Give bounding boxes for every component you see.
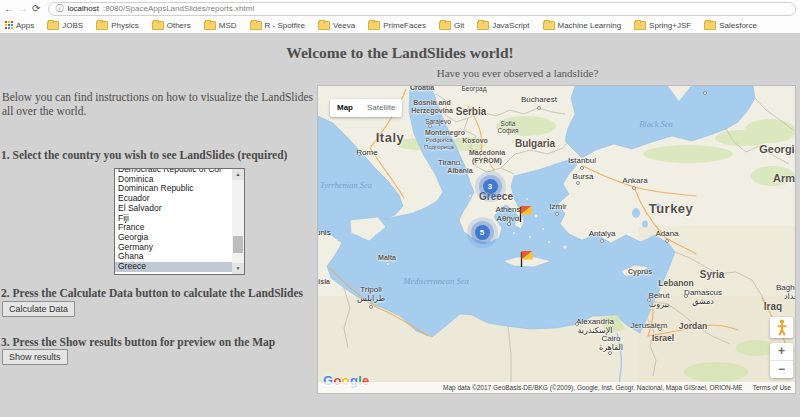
country-option[interactable]: El Salvador bbox=[115, 204, 232, 214]
country-option[interactable]: Greece bbox=[115, 262, 232, 272]
bookmark-label: Machine Learning bbox=[558, 21, 622, 30]
page-info-icon[interactable]: ⓘ bbox=[55, 3, 63, 14]
bookmark-label: Others bbox=[167, 21, 191, 30]
street-view-control[interactable] bbox=[770, 317, 793, 338]
calculate-data-button[interactable]: Calculate Data bbox=[2, 301, 75, 317]
map-type-control: Map Satellite bbox=[330, 99, 402, 117]
folder-icon bbox=[152, 21, 164, 30]
back-icon[interactable]: ← bbox=[4, 0, 14, 17]
country-listbox[interactable]: Democratic Republic of Cor Dominica Domi… bbox=[114, 168, 245, 275]
page-content: Welcome to the LandSlides world! Have yo… bbox=[0, 35, 800, 417]
intro-text: Below you can find instructions on how t… bbox=[2, 90, 313, 118]
folder-icon bbox=[318, 21, 330, 30]
country-option[interactable]: Fiji bbox=[115, 214, 232, 224]
pegman-icon bbox=[777, 319, 787, 336]
bookmarks-bar: Apps JOBS Physics Others MSD bbox=[0, 17, 800, 34]
step1-heading: 1. Select the country you wish to see La… bbox=[1, 149, 287, 161]
bookmark-item[interactable]: Machine Learning bbox=[543, 21, 622, 30]
intro-line-2: all over the world. bbox=[2, 104, 313, 118]
folder-icon bbox=[477, 21, 489, 30]
folder-icon bbox=[704, 21, 716, 30]
country-option[interactable]: Democratic Republic of Cor bbox=[115, 168, 232, 175]
apps-grid-icon bbox=[5, 21, 13, 29]
flag-marker[interactable] bbox=[518, 204, 533, 223]
show-results-button[interactable]: Show results bbox=[2, 349, 68, 365]
bookmark-item[interactable]: Others bbox=[152, 21, 191, 30]
cluster-marker[interactable]: 3 bbox=[483, 179, 498, 194]
folder-icon bbox=[47, 21, 59, 30]
scrollbar-track[interactable] bbox=[232, 180, 244, 263]
country-option[interactable]: Dominica bbox=[115, 175, 232, 185]
scrollbar-thumb[interactable] bbox=[233, 236, 243, 253]
satellite-button[interactable]: Satellite bbox=[360, 99, 402, 117]
map-attribution: Map data ©2017 GeoBasis-DE/BKG (©2009), … bbox=[318, 382, 795, 393]
apps-shortcut[interactable]: Apps bbox=[5, 21, 34, 30]
map-button[interactable]: Map bbox=[330, 99, 360, 117]
terms-of-use-link[interactable]: Terms of Use bbox=[753, 384, 791, 391]
scroll-down-arrow[interactable]: ▼ bbox=[232, 263, 244, 274]
bookmark-item[interactable]: MSD bbox=[204, 21, 237, 30]
folder-icon bbox=[634, 21, 646, 30]
cluster-marker[interactable]: 5 bbox=[475, 225, 490, 240]
bookmark-item[interactable]: JavaScript bbox=[477, 21, 529, 30]
country-option[interactable]: Ghana bbox=[115, 252, 232, 262]
zoom-out-button[interactable]: − bbox=[770, 361, 793, 378]
step3-heading: 3. Press the Show results button for pre… bbox=[1, 336, 275, 348]
flag-marker[interactable] bbox=[519, 249, 534, 268]
bookmark-label: PrimeFaces bbox=[383, 21, 426, 30]
bookmark-item[interactable]: PrimeFaces bbox=[368, 21, 426, 30]
scroll-up-arrow[interactable]: ▲ bbox=[232, 169, 244, 180]
country-option[interactable]: Georgia bbox=[115, 233, 232, 243]
bookmark-label: Salesforce bbox=[719, 21, 757, 30]
google-map[interactable]: CroatiaБеоградBucharestBosnia and Herzeg… bbox=[318, 86, 795, 393]
apps-label: Apps bbox=[16, 21, 34, 30]
country-option[interactable]: Ecuador bbox=[115, 194, 232, 204]
country-option[interactable]: France bbox=[115, 223, 232, 233]
bookmark-label: JOBS bbox=[62, 21, 83, 30]
zoom-control: + − bbox=[770, 343, 793, 378]
country-option[interactable]: Germany bbox=[115, 243, 232, 253]
zoom-in-button[interactable]: + bbox=[770, 343, 793, 361]
step2-heading: 2. Press the Calculate Data button to ca… bbox=[1, 287, 303, 299]
reload-icon[interactable]: ⟳ bbox=[32, 0, 40, 17]
bookmark-item[interactable]: JOBS bbox=[47, 21, 83, 30]
bookmark-label: JavaScript bbox=[492, 21, 529, 30]
bookmark-item[interactable]: Spring+JSF bbox=[634, 21, 691, 30]
folder-icon bbox=[250, 21, 262, 30]
url-host: localhost bbox=[67, 4, 99, 13]
bookmark-label: Git bbox=[454, 21, 464, 30]
folder-icon bbox=[439, 21, 451, 30]
address-bar[interactable]: ⓘ localhost:8080/SpaceAppsLandSlides/rep… bbox=[48, 2, 796, 16]
folder-icon bbox=[543, 21, 555, 30]
browser-navbar: ← → ⟳ ⓘ localhost:8080/SpaceAppsLandSlid… bbox=[0, 0, 800, 17]
bookmark-label: Veeva bbox=[333, 21, 355, 30]
bookmark-label: Physics bbox=[111, 21, 139, 30]
folder-icon bbox=[96, 21, 108, 30]
folder-icon bbox=[204, 21, 216, 30]
bookmark-label: R - Spotfire bbox=[265, 21, 305, 30]
forward-icon[interactable]: → bbox=[18, 0, 28, 17]
bookmark-label: MSD bbox=[219, 21, 237, 30]
country-option[interactable]: Dominican Republic bbox=[115, 184, 232, 194]
map-canvas bbox=[318, 86, 795, 393]
bookmark-label: Spring+JSF bbox=[649, 21, 691, 30]
intro-line-1: Below you can find instructions on how t… bbox=[2, 90, 313, 104]
page-subtitle: Have you ever observed a landslide? bbox=[420, 67, 615, 79]
folder-icon bbox=[368, 21, 380, 30]
country-options: Democratic Republic of Cor Dominica Domi… bbox=[115, 168, 232, 272]
attribution-text: Map data ©2017 GeoBasis-DE/BKG (©2009), … bbox=[443, 384, 743, 391]
listbox-scrollbar[interactable]: ▲ ▼ bbox=[232, 169, 244, 274]
page-title: Welcome to the LandSlides world! bbox=[0, 44, 800, 62]
bookmark-item[interactable]: Physics bbox=[96, 21, 139, 30]
bookmark-item[interactable]: Salesforce bbox=[704, 21, 757, 30]
bookmark-item[interactable]: Git bbox=[439, 21, 464, 30]
bookmark-item[interactable]: Veeva bbox=[318, 21, 355, 30]
url-path: :8080/SpaceAppsLandSlides/reports.xhtml bbox=[103, 4, 254, 13]
bookmark-item[interactable]: R - Spotfire bbox=[250, 21, 305, 30]
